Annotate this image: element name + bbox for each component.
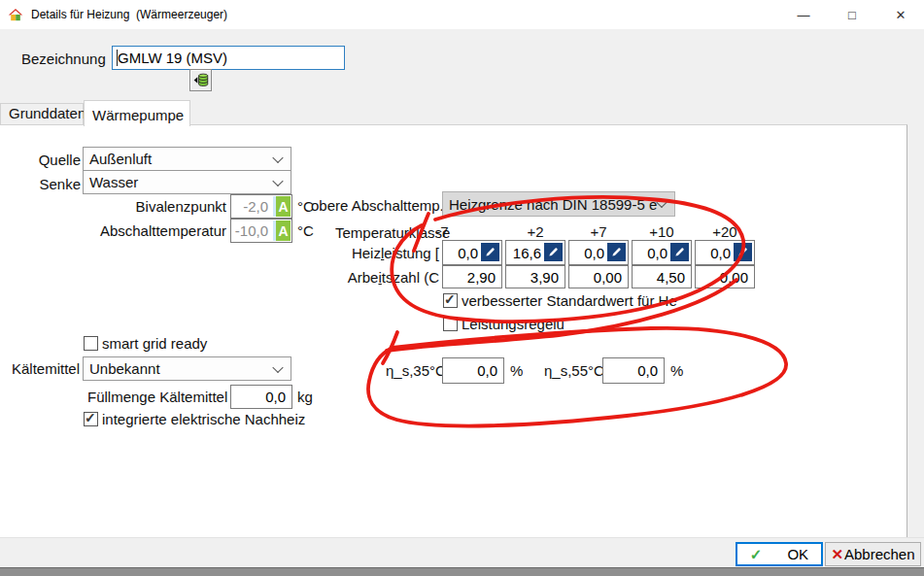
integrierte-nachheizung-label: integrierte elektrische Nachheiz xyxy=(102,411,305,427)
eta-s55-unit: % xyxy=(670,362,683,379)
pencil-icon xyxy=(610,246,623,258)
verbesserter-standardwert-checkbox[interactable] xyxy=(443,293,458,308)
abschalttemperatur-label: Abschalttemperatur xyxy=(58,222,226,239)
edit-pencil-button[interactable] xyxy=(670,243,689,261)
database-lookup-button[interactable] xyxy=(189,69,212,91)
fuellmenge-label: Füllmenge Kältemittel xyxy=(87,389,226,405)
edit-pencil-button[interactable] xyxy=(544,243,563,261)
pencil-icon xyxy=(736,246,749,258)
ok-label: OK xyxy=(787,546,808,562)
pencil-icon xyxy=(673,246,686,258)
smart-grid-ready-label: smart grid ready xyxy=(102,335,207,352)
integrierte-nachheizung-checkbox[interactable] xyxy=(84,412,98,426)
senke-value: Wasser xyxy=(89,174,138,190)
chevron-down-icon xyxy=(272,175,283,186)
auto-label: A xyxy=(278,199,288,215)
temp-class-header: +20 xyxy=(695,223,755,240)
kaeltemittel-label: Kältemittel xyxy=(10,360,80,377)
cancel-button[interactable]: ✕ Abbrechen xyxy=(825,542,921,566)
fuellmenge-value: 0,0 xyxy=(265,389,291,405)
tab-waermepumpe-label: Wärmepumpe xyxy=(92,107,184,123)
pencil-icon xyxy=(484,246,496,258)
tab-grunddaten-label: Grunddaten xyxy=(9,105,86,121)
arbeitszahl-input[interactable]: 2,90 xyxy=(442,265,502,288)
arbeitszahl-input[interactable]: 0,00 xyxy=(695,265,755,288)
ok-button[interactable]: ✓ OK xyxy=(736,542,823,566)
close-button[interactable]: ✕ xyxy=(881,0,920,29)
bivalenzpunkt-input[interactable]: -2,0 A xyxy=(230,194,292,219)
edit-pencil-button[interactable] xyxy=(734,243,752,261)
eta-s55-label: η_s,55°C xyxy=(544,362,604,379)
arbeitszahl-value: 4,50 xyxy=(657,269,691,286)
heizleistung-input[interactable]: 16,6 xyxy=(505,240,565,265)
arbeitszahl-value: 3,90 xyxy=(530,269,565,286)
database-icon xyxy=(192,72,209,88)
bezeichnung-value: GMLW 19 (MSV) xyxy=(118,50,227,66)
heizleistung-input[interactable]: 0,0 xyxy=(442,240,502,265)
abschalttemperatur-input[interactable]: -10,0 A xyxy=(230,219,292,243)
edit-pencil-button[interactable] xyxy=(481,243,499,261)
eta-s35-label: η_s,35°C xyxy=(386,362,446,379)
ok-check-icon: ✓ xyxy=(750,546,763,563)
temp-class-header: +10 xyxy=(632,223,692,240)
fuellmenge-unit: kg xyxy=(297,389,313,405)
quelle-value: Außenluft xyxy=(89,151,152,167)
auto-value-button[interactable]: A xyxy=(273,220,291,241)
cancel-label: Abbrechen xyxy=(844,546,915,562)
obere-abschalttemp-label: obere Abschalttemp. xyxy=(311,197,444,214)
chevron-down-icon xyxy=(272,361,283,372)
temp-class-header: +7 xyxy=(568,223,629,240)
kaeltemittel-value: Unbekannt xyxy=(89,360,160,377)
obere-abschalttemp-select[interactable]: Heizgrenze nach DIN 18599-5 e xyxy=(442,191,675,217)
pencil-icon xyxy=(547,246,560,258)
arbeitszahl-value: 2,90 xyxy=(467,269,501,286)
eta-s55-input[interactable]: 0,0 xyxy=(602,357,665,384)
fuellmenge-input[interactable]: 0,0 xyxy=(230,385,292,409)
temp-class-header: +2 xyxy=(505,223,565,240)
abschalttemperatur-unit: °C xyxy=(297,222,314,239)
arbeitszahl-value: 0,00 xyxy=(720,269,754,286)
bezeichnung-label: Bezeichnung xyxy=(21,51,106,67)
arbeitszahl-value: 0,00 xyxy=(594,269,628,286)
cancel-x-icon: ✕ xyxy=(831,546,843,563)
arbeitszahl-input[interactable]: 3,90 xyxy=(505,265,565,288)
heizleistung-label: Heizleistung [ xyxy=(321,245,439,261)
edit-pencil-button[interactable] xyxy=(607,243,626,261)
temp-class-header: -7 xyxy=(412,223,472,240)
verbesserter-standardwert-label: verbesserter Standardwert für He xyxy=(462,292,677,309)
bezeichnung-input[interactable]: GMLW 19 (MSV) xyxy=(112,46,345,70)
minimize-button[interactable]: — xyxy=(784,0,823,29)
auto-label: A xyxy=(278,223,288,239)
heizleistung-input[interactable]: 0,0 xyxy=(632,240,692,265)
smart-grid-ready-checkbox[interactable] xyxy=(84,336,98,351)
close-icon: ✕ xyxy=(896,8,907,22)
arbeitszahl-input[interactable]: 0,00 xyxy=(568,265,629,288)
heizleistung-input[interactable]: 0,0 xyxy=(695,240,755,265)
eta-s35-unit: % xyxy=(510,362,523,379)
obere-abschalttemp-value: Heizgrenze nach DIN 18599-5 e xyxy=(449,196,657,213)
app-house-icon xyxy=(8,7,23,22)
chevron-down-icon xyxy=(272,152,283,162)
heizleistung-input[interactable]: 0,0 xyxy=(568,240,629,265)
senke-label: Senke xyxy=(27,176,81,192)
tab-grunddaten[interactable]: Grunddaten xyxy=(0,103,84,125)
quelle-select[interactable]: Außenluft xyxy=(83,147,291,171)
senke-select[interactable]: Wasser xyxy=(83,170,291,194)
maximize-button[interactable]: □ xyxy=(833,0,872,29)
quelle-label: Quelle xyxy=(27,152,81,168)
kaeltemittel-select[interactable]: Unbekannt xyxy=(83,356,291,381)
eta-s35-value: 0,0 xyxy=(477,362,503,379)
window-bottom-edge xyxy=(0,567,924,576)
maximize-icon: □ xyxy=(848,8,856,22)
window-title: Details für Heizung (Wärmeerzeuger) xyxy=(31,0,227,29)
chevron-down-icon xyxy=(656,197,667,208)
bivalenzpunkt-label: Bivalenzpunkt xyxy=(58,198,226,215)
leistungsregelung-label: Leistungsregelu xyxy=(462,316,565,332)
eta-s35-input[interactable]: 0,0 xyxy=(442,357,504,384)
minimize-icon: — xyxy=(798,8,810,22)
arbeitszahl-input[interactable]: 4,50 xyxy=(632,265,692,288)
auto-value-button[interactable]: A xyxy=(273,196,291,217)
tab-waermepumpe[interactable]: Wärmepumpe xyxy=(84,100,190,126)
leistungsregelung-checkbox[interactable] xyxy=(443,317,458,331)
eta-s55-value: 0,0 xyxy=(637,362,664,379)
